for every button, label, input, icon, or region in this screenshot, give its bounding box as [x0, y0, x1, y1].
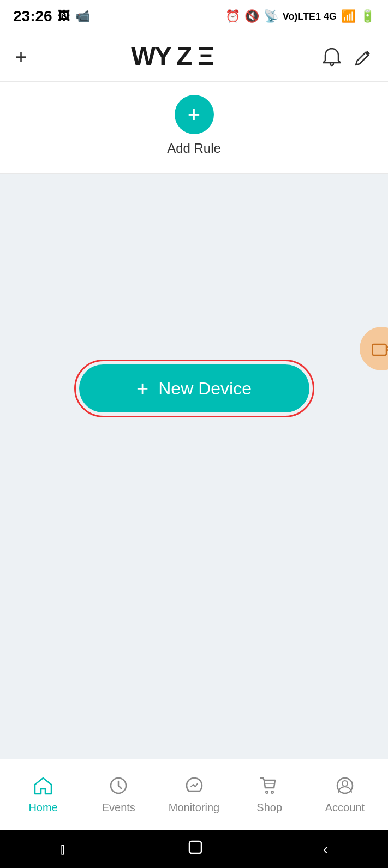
add-rule-section: + Add Rule — [0, 82, 388, 174]
wifi-icon: 📡 — [264, 9, 278, 23]
new-device-button[interactable]: + New Device — [79, 364, 309, 412]
camera-icon — [372, 341, 388, 356]
nav-label-monitoring: Monitoring — [169, 801, 219, 814]
nav-label-home: Home — [28, 801, 57, 814]
add-rule-button[interactable]: + — [175, 95, 214, 134]
svg-rect-10 — [189, 841, 201, 853]
nav-label-account: Account — [325, 801, 365, 814]
add-rule-label: Add Rule — [167, 141, 221, 156]
sys-nav-recents[interactable]: ⫿ — [59, 841, 68, 858]
video-icon: 📹 — [75, 9, 90, 23]
wyze-logo-svg: W Y Z Ξ — [131, 40, 218, 70]
svg-text:Y: Y — [154, 41, 173, 70]
nav-item-monitoring[interactable]: Monitoring — [156, 776, 231, 814]
home-icon — [33, 776, 53, 798]
signal-text: Vo)LTE1 4G — [283, 11, 337, 22]
main-content: + New Device — [0, 174, 388, 759]
new-device-plus-icon: + — [136, 378, 148, 399]
status-bar: 23:26 🖼 📹 ⏰ 🔇 📡 Vo)LTE1 4G 📶 🔋 — [0, 0, 388, 33]
shop-icon — [260, 776, 279, 798]
mute-icon: 🔇 — [244, 9, 259, 23]
nav-item-home[interactable]: Home — [5, 776, 81, 814]
edit-button[interactable] — [354, 48, 373, 67]
svg-point-9 — [342, 781, 348, 786]
svg-text:W: W — [131, 41, 157, 70]
nav-item-account[interactable]: Account — [307, 776, 383, 814]
floating-camera-button[interactable] — [360, 327, 388, 370]
notification-button[interactable] — [323, 47, 341, 67]
svg-point-6 — [266, 791, 268, 793]
app-logo: W Y Z Ξ — [131, 40, 218, 75]
header: + W Y Z Ξ — [0, 33, 388, 82]
svg-text:Ξ: Ξ — [198, 41, 216, 70]
status-time: 23:26 — [13, 8, 52, 25]
add-rule-plus-icon: + — [188, 104, 200, 125]
header-icons — [323, 47, 373, 67]
pencil-icon — [354, 48, 373, 67]
svg-rect-4 — [372, 344, 386, 355]
nav-item-shop[interactable]: Shop — [232, 776, 307, 814]
alarm-icon: ⏰ — [225, 9, 240, 23]
nav-label-events: Events — [102, 801, 135, 814]
nav-label-shop: Shop — [256, 801, 282, 814]
new-device-label: New Device — [158, 379, 252, 399]
monitoring-icon — [184, 776, 204, 798]
new-device-highlight-border: + New Device — [74, 360, 314, 417]
photo-icon: 🖼 — [58, 9, 70, 23]
bottom-nav: Home Events Monitoring — [0, 759, 388, 830]
bars-icon: 📶 — [341, 9, 356, 23]
status-right: ⏰ 🔇 📡 Vo)LTE1 4G 📶 🔋 — [225, 9, 375, 23]
events-icon — [109, 776, 128, 798]
header-add-button[interactable]: + — [15, 47, 27, 67]
sys-nav-back[interactable]: ‹ — [323, 840, 329, 858]
sys-nav-home[interactable] — [187, 839, 204, 859]
account-icon — [335, 776, 355, 798]
new-device-container: + New Device — [74, 360, 314, 417]
nav-item-events[interactable]: Events — [81, 776, 156, 814]
svg-text:Z: Z — [176, 41, 193, 70]
svg-point-7 — [271, 791, 273, 793]
status-left: 23:26 🖼 📹 — [13, 8, 90, 25]
system-nav-bar: ⫿ ‹ — [0, 830, 388, 868]
bell-icon — [323, 47, 341, 67]
battery-icon: 🔋 — [360, 9, 375, 23]
